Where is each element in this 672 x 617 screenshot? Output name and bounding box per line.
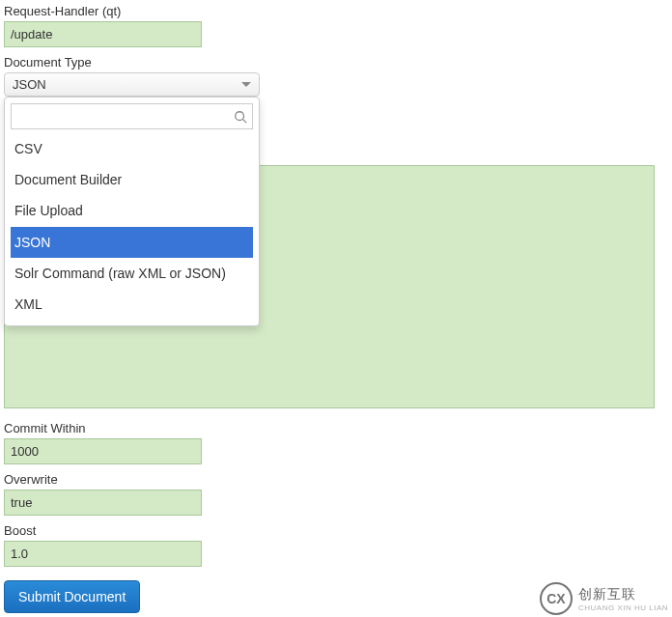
overwrite-input[interactable] <box>4 490 202 516</box>
watermark-sub-text: CHUANG XIN HU LIAN <box>578 603 668 612</box>
dropdown-options-list: CSV Document Builder File Upload JSON So… <box>11 133 253 320</box>
dropdown-option-file-upload[interactable]: File Upload <box>11 195 253 226</box>
dropdown-search-input[interactable] <box>11 103 253 129</box>
dropdown-option-csv[interactable]: CSV <box>11 133 253 164</box>
boost-label: Boost <box>4 523 668 538</box>
document-type-label: Document Type <box>4 55 668 70</box>
overwrite-label: Overwrite <box>4 472 668 487</box>
dropdown-option-document-builder[interactable]: Document Builder <box>11 164 253 195</box>
commit-within-input[interactable] <box>4 438 202 464</box>
svg-line-1 <box>243 119 247 123</box>
request-handler-input[interactable] <box>4 21 202 47</box>
chevron-down-icon <box>241 82 251 87</box>
watermark: CX 创新互联 CHUANG XIN HU LIAN <box>540 582 668 615</box>
dropdown-option-json[interactable]: JSON <box>11 227 253 258</box>
watermark-main-text: 创新互联 <box>578 586 668 603</box>
dropdown-option-solr-command[interactable]: Solr Command (raw XML or JSON) <box>11 258 253 289</box>
document-type-select[interactable]: JSON <box>4 72 260 97</box>
dropdown-option-xml[interactable]: XML <box>11 289 253 320</box>
watermark-logo-icon: CX <box>540 582 573 615</box>
search-icon <box>234 110 247 124</box>
commit-within-label: Commit Within <box>4 421 668 435</box>
submit-document-button[interactable]: Submit Document <box>4 580 140 613</box>
boost-input[interactable] <box>4 541 202 567</box>
request-handler-label: Request-Handler (qt) <box>4 4 668 18</box>
document-type-dropdown-panel: CSV Document Builder File Upload JSON So… <box>4 97 260 326</box>
svg-point-0 <box>236 111 244 120</box>
document-type-selected-value: JSON <box>13 77 46 92</box>
